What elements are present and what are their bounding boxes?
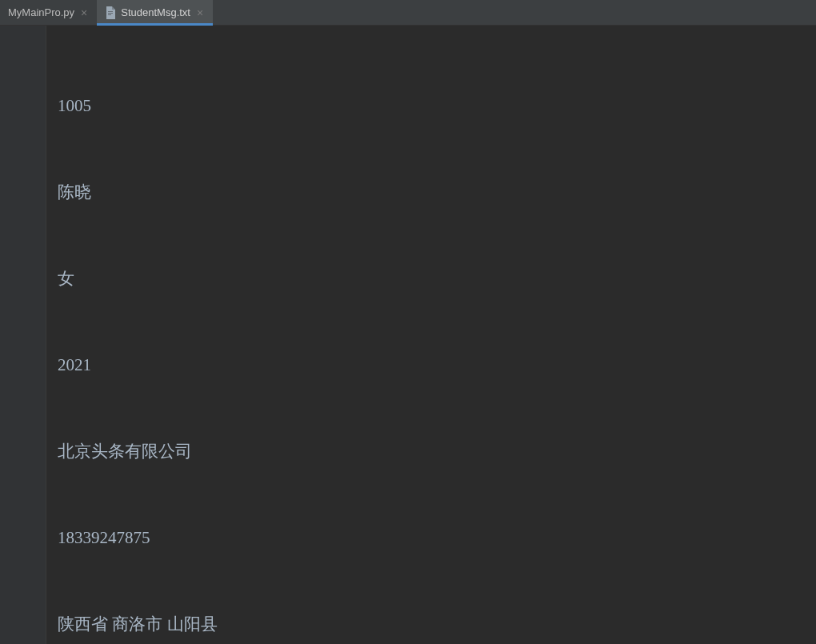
text-line: 18339247875 [58,523,816,552]
svg-rect-1 [108,13,113,14]
editor-area: 1005 陈晓 女 2021 北京头条有限公司 18339247875 陕西省 … [0,26,816,644]
tab-bar: MyMainPro.py × StudentMsg.txt × [0,0,816,26]
text-line: 1005 [58,91,816,120]
tab-label: StudentMsg.txt [121,6,190,18]
tab-studentmsg[interactable]: StudentMsg.txt × [97,0,213,25]
text-line: 2021 [58,350,816,379]
editor-content[interactable]: 1005 陈晓 女 2021 北京头条有限公司 18339247875 陕西省 … [46,26,816,644]
text-file-icon [105,6,116,19]
tab-label: MyMainPro.py [8,6,74,18]
close-icon[interactable]: × [195,7,205,18]
text-line: 女 [58,264,816,293]
text-line: 陈晓 [58,178,816,206]
svg-rect-0 [108,11,113,12]
close-icon[interactable]: × [79,7,89,18]
text-line: 北京头条有限公司 [58,437,816,466]
tab-mymainpro[interactable]: MyMainPro.py × [0,0,97,25]
gutter [0,26,46,644]
text-line: 陕西省 商洛市 山阳县 [58,610,816,638]
svg-rect-2 [108,14,111,15]
